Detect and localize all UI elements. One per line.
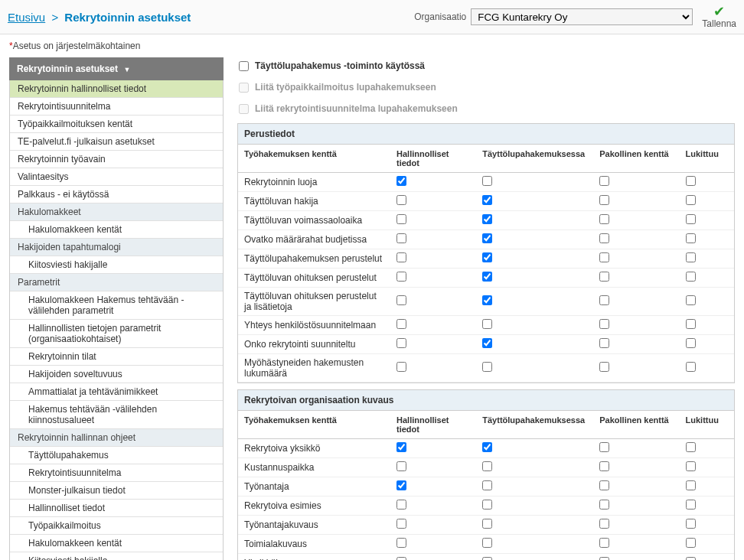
- cell-t: [476, 316, 593, 335]
- sidebar-item[interactable]: Täyttölupahakemus: [10, 447, 223, 464]
- checkbox-p[interactable]: [599, 338, 609, 348]
- checkbox-t[interactable]: [482, 295, 492, 305]
- checkbox-h[interactable]: [396, 480, 406, 490]
- checkbox-l[interactable]: [686, 519, 696, 529]
- sidebar-item[interactable]: Hakemus tehtävään -välilehden kiinnostus…: [10, 401, 223, 429]
- checkbox-l[interactable]: [686, 500, 696, 510]
- save-button[interactable]: ✔ Tallenna: [702, 5, 736, 29]
- checkbox-p[interactable]: [599, 319, 609, 329]
- checkbox-p[interactable]: [599, 480, 609, 490]
- sidebar-item[interactable]: Ammattialat ja tehtävänimikkeet: [10, 383, 223, 401]
- checkbox-t[interactable]: [482, 214, 492, 224]
- checkbox-p[interactable]: [599, 176, 609, 186]
- checkbox-h[interactable]: [396, 214, 406, 224]
- checkbox-l[interactable]: [686, 538, 696, 548]
- sidebar-item[interactable]: Hallinnolliset tiedot: [10, 500, 223, 517]
- checkbox-l[interactable]: [686, 461, 696, 471]
- checkbox-p[interactable]: [599, 538, 609, 548]
- checkbox-h[interactable]: [396, 338, 406, 348]
- sidebar-item[interactable]: Rekrytointisuunnitelma: [10, 98, 223, 116]
- checkbox-h[interactable]: [396, 442, 406, 452]
- checkbox-l[interactable]: [686, 195, 696, 205]
- checkbox-t[interactable]: [482, 480, 492, 490]
- checkbox-h[interactable]: [396, 272, 406, 282]
- sidebar-item[interactable]: Parametrit: [10, 274, 223, 291]
- sidebar-item[interactable]: Hakulomakkeen Hakemus tehtävään -välileh…: [10, 291, 223, 320]
- sidebar-item[interactable]: Rekrytointisuunnitelma: [10, 464, 223, 482]
- checkbox-l[interactable]: [686, 557, 696, 560]
- checkbox-l[interactable]: [686, 214, 696, 224]
- organisation-select[interactable]: FCG Kuntarekry Oy: [471, 8, 693, 25]
- checkbox-p[interactable]: [599, 272, 609, 282]
- checkbox-l[interactable]: [686, 362, 696, 372]
- checkbox-t[interactable]: [482, 252, 492, 262]
- checkbox-l[interactable]: [686, 176, 696, 186]
- checkbox-t[interactable]: [482, 519, 492, 529]
- checkbox-h[interactable]: [396, 362, 406, 372]
- checkbox-l[interactable]: [686, 480, 696, 490]
- checkbox-h[interactable]: [396, 519, 406, 529]
- checkbox-l[interactable]: [686, 295, 696, 305]
- sidebar-item[interactable]: Työpaikkailmoitus: [10, 517, 223, 535]
- checkbox-l[interactable]: [686, 272, 696, 282]
- checkbox-l[interactable]: [686, 252, 696, 262]
- checkbox-t[interactable]: [482, 557, 492, 560]
- sidebar-item[interactable]: Valintaesitys: [10, 168, 223, 186]
- checkbox-p[interactable]: [599, 195, 609, 205]
- checkbox-t[interactable]: [482, 338, 492, 348]
- checkbox-t[interactable]: [482, 538, 492, 548]
- sidebar-item[interactable]: Hakulomakkeen kentät: [10, 535, 223, 552]
- checkbox-h[interactable]: [396, 500, 406, 510]
- sidebar-item[interactable]: Työpaikkailmoituksen kentät: [10, 116, 223, 133]
- checkbox-p[interactable]: [599, 461, 609, 471]
- sidebar-header[interactable]: Rekrytoinnin asetukset ▼: [9, 57, 224, 80]
- checkbox-l[interactable]: [686, 319, 696, 329]
- option-checkbox[interactable]: [239, 61, 249, 71]
- checkbox-h[interactable]: [396, 195, 406, 205]
- sidebar-item[interactable]: Hallinnollisten tietojen parametrit (org…: [10, 320, 223, 348]
- breadcrumb-home[interactable]: Etusivu: [8, 11, 45, 24]
- sidebar-item[interactable]: Kiitosviesti hakijalle: [10, 256, 223, 274]
- checkbox-t[interactable]: [482, 176, 492, 186]
- sidebar-item[interactable]: TE-palvelut.fi -julkaisun asetukset: [10, 133, 223, 151]
- sidebar-item[interactable]: Hakulomakkeet: [10, 203, 223, 221]
- sidebar-item[interactable]: Rekrytoinnin hallinnolliset tiedot: [10, 80, 223, 98]
- checkbox-h[interactable]: [396, 538, 406, 548]
- checkbox-t[interactable]: [482, 500, 492, 510]
- checkbox-t[interactable]: [482, 233, 492, 243]
- sidebar-item[interactable]: Rekrytoinnin tilat: [10, 348, 223, 366]
- checkbox-p[interactable]: [599, 214, 609, 224]
- checkbox-t[interactable]: [482, 195, 492, 205]
- sidebar-item[interactable]: Hakijoiden soveltuvuus: [10, 366, 223, 383]
- checkbox-t[interactable]: [482, 272, 492, 282]
- checkbox-l[interactable]: [686, 338, 696, 348]
- checkbox-h[interactable]: [396, 557, 406, 560]
- checkbox-h[interactable]: [396, 176, 406, 186]
- checkbox-p[interactable]: [599, 519, 609, 529]
- checkbox-p[interactable]: [599, 362, 609, 372]
- checkbox-p[interactable]: [599, 252, 609, 262]
- sidebar-item[interactable]: Hakijoiden tapahtumalogi: [10, 239, 223, 256]
- checkbox-h[interactable]: [396, 319, 406, 329]
- checkbox-h[interactable]: [396, 461, 406, 471]
- checkbox-t[interactable]: [482, 442, 492, 452]
- sidebar-item[interactable]: Rekrytoinnin työavain: [10, 151, 223, 168]
- checkbox-h[interactable]: [396, 295, 406, 305]
- checkbox-h[interactable]: [396, 233, 406, 243]
- sidebar-item[interactable]: Hakulomakkeen kentät: [10, 221, 223, 239]
- checkbox-h[interactable]: [396, 252, 406, 262]
- checkbox-t[interactable]: [482, 319, 492, 329]
- sidebar-item[interactable]: Rekrytoinnin hallinnan ohjeet: [10, 429, 223, 447]
- sidebar-item[interactable]: Kiitosviesti hakijalle: [10, 552, 223, 560]
- checkbox-p[interactable]: [599, 442, 609, 452]
- checkbox-l[interactable]: [686, 442, 696, 452]
- checkbox-l[interactable]: [686, 233, 696, 243]
- sidebar-item[interactable]: Palkkaus - ei käytössä: [10, 186, 223, 203]
- checkbox-p[interactable]: [599, 557, 609, 560]
- checkbox-p[interactable]: [599, 500, 609, 510]
- sidebar-item[interactable]: Monster-julkaisun tiedot: [10, 482, 223, 500]
- checkbox-t[interactable]: [482, 461, 492, 471]
- checkbox-p[interactable]: [599, 233, 609, 243]
- checkbox-t[interactable]: [482, 362, 492, 372]
- checkbox-p[interactable]: [599, 295, 609, 305]
